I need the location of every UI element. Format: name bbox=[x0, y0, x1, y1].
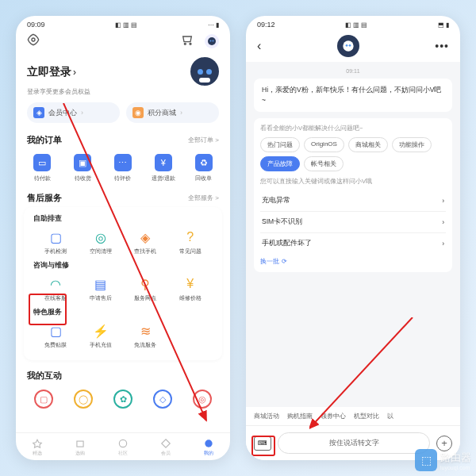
status-time: 09:12 bbox=[257, 21, 275, 29]
chip-hot[interactable]: 热门问题 bbox=[260, 137, 300, 152]
keyboard-icon[interactable]: ⌨ bbox=[254, 436, 271, 451]
recharge[interactable]: ⚡手机充值 bbox=[80, 324, 122, 349]
status-icons: ◧ ▥ ▤ bbox=[345, 21, 367, 29]
tab-bar: 精选 选购 社区 会员 我的 bbox=[16, 432, 230, 460]
svg-point-11 bbox=[343, 40, 353, 51]
chat-icon: ⋯ bbox=[114, 154, 132, 171]
location-icon: ⚲ bbox=[138, 277, 152, 291]
find-phone[interactable]: ◈查找手机 bbox=[125, 230, 167, 255]
order-refund[interactable]: ¥退货/退款 bbox=[144, 154, 182, 182]
faq[interactable]: ?常见问题 bbox=[170, 230, 212, 255]
locate-icon: ◈ bbox=[138, 230, 152, 244]
repair-price[interactable]: ¥维修价格 bbox=[170, 277, 212, 302]
svg-rect-7 bbox=[77, 441, 83, 447]
free-film[interactable]: ▢免费贴膜 bbox=[35, 324, 77, 349]
question-icon: ? bbox=[183, 230, 198, 244]
order-recycle[interactable]: ♻回收单 bbox=[185, 154, 222, 182]
svg-point-2 bbox=[184, 43, 186, 44]
svg-point-4 bbox=[208, 37, 216, 45]
svg-marker-0 bbox=[28, 34, 38, 44]
chip-function[interactable]: 功能操作 bbox=[392, 137, 432, 152]
phone-right: 09:12 ◧ ▥ ▤ ⬒ ▮ ‹ ••• 09:11 Hi，亲爱的V粉，新年快… bbox=[246, 16, 460, 460]
interact-5[interactable]: ◎ bbox=[193, 390, 212, 409]
cart-icon[interactable] bbox=[181, 33, 194, 49]
order-pending-ship[interactable]: ▣待收货 bbox=[64, 154, 102, 182]
phone-test[interactable]: ▢手机检测 bbox=[35, 230, 77, 255]
more-icon[interactable]: ••• bbox=[435, 40, 449, 52]
interact-row: ▢ ◯ ✿ ◇ ◎ bbox=[16, 385, 230, 410]
tag-guide[interactable]: 购机指南 bbox=[287, 412, 313, 420]
coin-icon: ◉ bbox=[132, 107, 144, 118]
refresh-button[interactable]: 换一批 ⟳ bbox=[260, 257, 446, 266]
tab-featured[interactable]: 精选 bbox=[32, 438, 43, 457]
tab-mine[interactable]: 我的 bbox=[203, 438, 214, 457]
free-data[interactable]: ≋免流服务 bbox=[125, 324, 167, 349]
chevron-right-icon: › bbox=[442, 197, 444, 205]
aftersale-more[interactable]: 全部服务 > bbox=[188, 194, 219, 202]
chip-account[interactable]: 帐号相关 bbox=[304, 156, 344, 171]
tag-activity[interactable]: 商城活动 bbox=[254, 412, 279, 420]
special-label: 特色服务 bbox=[27, 305, 219, 321]
tag-compare[interactable]: 机型对比 bbox=[354, 412, 379, 420]
phone-icon: ▢ bbox=[48, 230, 63, 244]
link-charge[interactable]: 充电异常› bbox=[260, 190, 446, 211]
status-bar: 09:09 ◧ ▥ ▤ ⋯ ▮ bbox=[16, 16, 230, 30]
refresh-icon: ⟳ bbox=[282, 258, 287, 265]
svg-point-8 bbox=[119, 440, 126, 447]
settings-icon[interactable] bbox=[27, 33, 40, 49]
online-service[interactable]: ◠在线客服 bbox=[35, 277, 77, 302]
refund-icon: ¥ bbox=[155, 154, 172, 171]
svg-point-6 bbox=[213, 40, 214, 42]
diamond-icon: ◈ bbox=[33, 107, 44, 118]
login-title[interactable]: 立即登录 bbox=[27, 65, 71, 78]
chevron-right-icon: › bbox=[73, 67, 76, 78]
tag-more[interactable]: 以 bbox=[387, 412, 393, 420]
apply-aftersale[interactable]: ▤申请售后 bbox=[80, 277, 122, 302]
aftersale-title: 售后服务 bbox=[27, 192, 62, 204]
tab-community[interactable]: 社区 bbox=[117, 438, 129, 457]
svg-point-12 bbox=[345, 44, 347, 47]
interact-4[interactable]: ◇ bbox=[153, 390, 172, 409]
phone-left: 09:09 ◧ ▥ ▤ ⋯ ▮ 立即登录› bbox=[16, 16, 230, 460]
chat-header: ‹ ••• bbox=[246, 30, 460, 62]
box-icon: ▣ bbox=[74, 154, 91, 171]
hint-2: 您可以直接输入关键词或像这样问小V哦 bbox=[260, 178, 446, 186]
svg-point-1 bbox=[32, 38, 35, 41]
greeting-bubble: Hi，亲爱的V粉，新年快乐！有什么问题，不妨问问小V吧~ bbox=[254, 79, 452, 112]
status-bar: 09:12 ◧ ▥ ▤ ⬒ ▮ bbox=[246, 16, 460, 30]
tab-shop[interactable]: 选购 bbox=[75, 438, 86, 457]
interact-2[interactable]: ◯ bbox=[74, 390, 93, 409]
member-center-pill[interactable]: ◈ 会员中心› bbox=[27, 102, 120, 123]
order-pending-review[interactable]: ⋯待评价 bbox=[105, 154, 142, 182]
link-sim[interactable]: SIM卡不识别› bbox=[260, 211, 446, 232]
status-icons: ◧ ▥ ▤ bbox=[115, 21, 137, 29]
form-icon: ▤ bbox=[94, 277, 108, 291]
interact-1[interactable]: ▢ bbox=[34, 390, 53, 409]
points-mall-pill[interactable]: ◉ 积分商城› bbox=[126, 102, 219, 123]
avatar-small-icon[interactable] bbox=[205, 34, 219, 48]
tab-member[interactable]: 会员 bbox=[160, 438, 171, 457]
quick-tags: 商城活动 购机指南 领券中心 机型对比 以 bbox=[246, 407, 460, 425]
recharge-icon: ⚡ bbox=[94, 324, 108, 338]
link-broken[interactable]: 手机或配件坏了› bbox=[260, 232, 446, 254]
chip-fault[interactable]: 产品故障 bbox=[260, 156, 300, 171]
interact-3[interactable]: ✿ bbox=[113, 390, 132, 409]
chip-originos[interactable]: OriginOS bbox=[304, 137, 344, 152]
bot-avatar-icon bbox=[337, 35, 359, 57]
voice-input[interactable]: 按住说话转文字 bbox=[278, 432, 430, 454]
chat-timestamp: 09:11 bbox=[254, 68, 452, 74]
space-clean[interactable]: ◎空间清理 bbox=[80, 230, 122, 255]
data-icon: ≋ bbox=[138, 324, 152, 338]
chevron-right-icon: › bbox=[442, 240, 444, 248]
chevron-right-icon: › bbox=[442, 218, 444, 226]
chip-mall[interactable]: 商城相关 bbox=[348, 137, 388, 152]
svg-point-13 bbox=[348, 44, 351, 47]
orders-more[interactable]: 全部订单 > bbox=[188, 136, 219, 144]
back-icon[interactable]: ‹ bbox=[257, 39, 261, 53]
service-point[interactable]: ⚲服务网点 bbox=[125, 277, 167, 302]
aftersale-card: 自助排查 ▢手机检测 ◎空间清理 ◈查找手机 ?常见问题 咨询与维修 ◠在线客服… bbox=[24, 207, 222, 360]
avatar-large-icon[interactable] bbox=[190, 57, 219, 86]
tag-coupon[interactable]: 领券中心 bbox=[321, 412, 346, 420]
order-pending-pay[interactable]: ▭待付款 bbox=[24, 154, 61, 182]
svg-point-9 bbox=[205, 440, 212, 447]
